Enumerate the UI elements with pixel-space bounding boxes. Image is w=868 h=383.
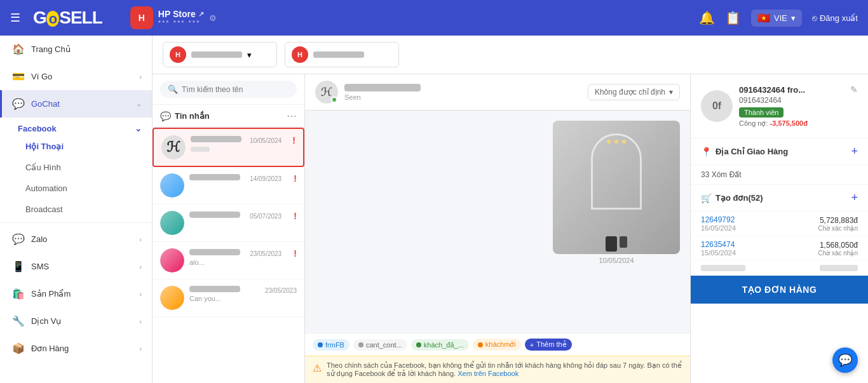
chat-icon: 💬 xyxy=(12,98,25,110)
chevron-down-icon: ▾ xyxy=(791,13,796,23)
chevron-right-icon-orders: › xyxy=(139,345,142,353)
services-label: Dịch Vụ xyxy=(31,316,133,326)
chat-header-actions: Không được chỉ định ▾ xyxy=(588,84,680,100)
tag-khach-moi[interactable]: kháchmới xyxy=(473,339,521,351)
logout-button[interactable]: ⎋ Đăng xuất xyxy=(812,13,858,23)
conv-preview-5: Can you... xyxy=(189,295,297,302)
clipboard-icon[interactable]: 📋 xyxy=(725,10,741,25)
order-id-blur-3 xyxy=(701,265,745,271)
conv-name-2 xyxy=(189,174,240,180)
sidebar-item-config[interactable]: Cấu Hình xyxy=(0,157,152,178)
tag-label-3: kháchmới xyxy=(485,340,516,349)
conversation-item-4[interactable]: 23/05/2023 ! alo... xyxy=(153,242,304,279)
sidebar-item-automation[interactable]: Automation xyxy=(0,178,152,199)
sidebar-label-gochat: GoChat xyxy=(31,99,130,109)
assign-dropdown[interactable]: Không được chỉ định ▾ xyxy=(588,84,680,100)
order-row-2: 12635474 15/05/2024 1,568,050đ Chờ xác n… xyxy=(691,236,868,261)
conv-name-row-3: 05/07/2023 ! xyxy=(189,211,297,221)
right-panel: 0f 0916432464 fro... ✎ 0916432464 Thành … xyxy=(690,74,868,383)
sidebar-item-products[interactable]: 🛍️ Sản Phẩm › xyxy=(0,280,152,307)
search-icon: 🔍 xyxy=(168,84,178,94)
conv-content-2: 14/09/2023 ! xyxy=(189,173,297,184)
add-address-icon[interactable]: + xyxy=(851,145,858,158)
external-link-icon[interactable]: ↗ xyxy=(198,10,204,18)
light-1 xyxy=(607,140,611,144)
notification-bell[interactable]: 🔔 xyxy=(699,10,715,25)
orders-icon: 📦 xyxy=(12,342,25,354)
search-input[interactable] xyxy=(182,85,289,94)
conv-name-row-4: 23/05/2023 ! xyxy=(189,248,297,259)
add-order-icon[interactable]: + xyxy=(851,191,858,205)
chevron-right-icon-products: › xyxy=(139,290,142,298)
order-row-3 xyxy=(691,261,868,276)
sidebar-item-zalo[interactable]: 💬 Zalo › xyxy=(0,225,152,253)
channel-dropdown-1[interactable]: H ▾ xyxy=(163,42,277,67)
more-options-icon[interactable]: ⋯ xyxy=(287,110,297,122)
conv-time-4: 23/05/2023 xyxy=(250,250,281,257)
channel-dropdown-2[interactable]: H xyxy=(285,42,399,67)
conversation-item-3[interactable]: 05/07/2023 ! xyxy=(153,205,304,242)
sidebar-item-home[interactable]: 🏠 Trang Chủ xyxy=(0,36,152,63)
conv-time-5: 23/05/2023 xyxy=(265,287,297,294)
chevron-down-icon-fb: ⌄ xyxy=(135,124,142,133)
sidebar-item-broadcast[interactable]: Broadcast xyxy=(0,199,152,220)
conv-time-2: 14/09/2023 xyxy=(250,175,281,182)
conv-content-4: 23/05/2023 ! alo... xyxy=(189,248,297,266)
tag-cant-cont[interactable]: cant_cont... xyxy=(353,339,407,351)
tag-dot-green xyxy=(416,342,421,347)
debt-amount: -3,575,500đ xyxy=(770,119,808,127)
conv-time-3: 05/07/2023 xyxy=(250,213,281,220)
orders-label: Đơn Hàng xyxy=(31,344,133,353)
tag-frmfb[interactable]: frmFB xyxy=(313,339,349,351)
sidebar-item-vigo[interactable]: 💳 Ví Go › xyxy=(0,63,152,90)
logout-icon: ⎋ xyxy=(812,13,817,23)
warning-link[interactable]: Xem trên Facebook xyxy=(458,370,519,377)
divider xyxy=(0,222,152,223)
orders-section-header: 🛒 Tạo đơn(52) + xyxy=(691,184,868,212)
conv-name-4 xyxy=(189,249,240,255)
sidebar-item-conversations[interactable]: Hội Thoại xyxy=(0,136,152,157)
channel-name-2-blur xyxy=(313,51,364,58)
conv-content-5: 23/05/2023 Can you... xyxy=(189,286,297,302)
sidebar-item-services[interactable]: 🔧 Dịch Vụ › xyxy=(0,307,152,335)
customer-phone: 0916432464 xyxy=(739,96,858,105)
orders-title: 🛒 Tạo đơn(52) xyxy=(701,193,763,203)
settings-icon[interactable]: ⚙ xyxy=(209,13,217,23)
order-id-2[interactable]: 12635474 xyxy=(701,240,736,249)
channel-bar: H ▾ H xyxy=(153,36,868,74)
tag-khach-da[interactable]: khách_đã_... xyxy=(411,339,469,351)
chat-tags: frmFB cant_cont... khách_đã_... kháchmới xyxy=(305,333,690,356)
warning-text: Theo chính sách của Facebook, bạn không … xyxy=(327,361,682,378)
edit-icon[interactable]: ✎ xyxy=(850,84,858,95)
conversation-item-1[interactable]: ℋ 10/05/2024 ! xyxy=(153,128,304,167)
sidebar-item-gochat[interactable]: 💬 GoChat ⌄ xyxy=(0,90,152,118)
order-amount-2: 1,568,050đ xyxy=(818,241,858,250)
conv-name-row-5: 23/05/2023 xyxy=(189,286,297,295)
tag-more-label: Thêm thẻ xyxy=(536,340,566,349)
conversation-item-2[interactable]: 14/09/2023 ! xyxy=(153,167,304,205)
language-text: VIE xyxy=(774,13,787,23)
create-order-button[interactable]: TẠO ĐƠN HÀNG xyxy=(691,276,868,304)
fb-messenger-float-button[interactable]: 💬 xyxy=(832,347,858,373)
sidebar-item-sms[interactable]: 📱 SMS › xyxy=(0,253,152,280)
sidebar-item-orders[interactable]: 📦 Đơn Hàng › xyxy=(0,335,152,362)
hamburger-icon[interactable]: ☰ xyxy=(10,11,20,25)
language-selector[interactable]: 🇻🇳 VIE ▾ xyxy=(751,10,802,27)
chat-panel: 🔍 💬 Tin nhắn ⋯ ℋ xyxy=(153,74,868,383)
order-id-1[interactable]: 12649792 xyxy=(701,215,736,224)
chat-timestamp: 10/05/2024 xyxy=(553,257,680,264)
tag-add-more[interactable]: + Thêm thẻ xyxy=(525,339,572,351)
facebook-section[interactable]: Facebook ⌄ xyxy=(0,118,152,136)
order-amount-1: 5,728,883đ xyxy=(818,216,858,225)
sms-label: SMS xyxy=(31,262,133,271)
config-label: Cấu Hình xyxy=(25,163,61,172)
zalo-icon: 💬 xyxy=(12,233,25,245)
conversation-item-5[interactable]: 23/05/2023 Can you... xyxy=(153,279,304,317)
conversation-header: 💬 Tin nhắn ⋯ xyxy=(153,105,304,128)
channel-avatar-1: H xyxy=(170,46,186,63)
top-navigation: ☰ GoSELL H HP Store ↗ *** *** *** ⚙ 🔔 📋 … xyxy=(0,0,868,36)
online-status-dot xyxy=(331,97,337,103)
conv-name-row-2: 14/09/2023 ! xyxy=(189,173,297,184)
chat-header-info: Seen xyxy=(344,84,581,101)
conv-avatar-3 xyxy=(160,211,184,235)
